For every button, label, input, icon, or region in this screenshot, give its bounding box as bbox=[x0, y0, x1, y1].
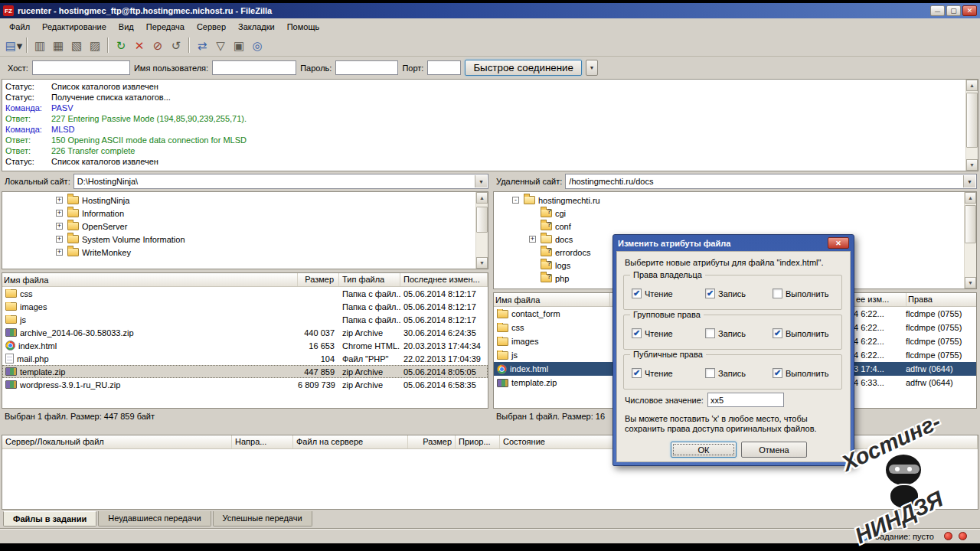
scroll-up-icon[interactable] bbox=[965, 192, 976, 204]
tree-item[interactable]: conf bbox=[494, 220, 976, 233]
sync-browsing-button[interactable]: ⇄ bbox=[193, 37, 211, 54]
menu-item-help[interactable]: Помощь bbox=[281, 20, 326, 34]
filter-button[interactable]: ▽ bbox=[211, 37, 230, 54]
column-header[interactable]: Права bbox=[906, 293, 933, 306]
scroll-thumb[interactable] bbox=[476, 207, 488, 233]
file-row[interactable]: archive_2014-06-30.58033.zip440 037zip A… bbox=[2, 326, 488, 339]
expand-icon[interactable]: + bbox=[56, 197, 63, 204]
tree-item[interactable]: -hostingmechti.ru bbox=[494, 194, 976, 207]
public-read-checkbox[interactable]: ✔Чтение bbox=[632, 368, 673, 378]
scroll-thumb[interactable] bbox=[965, 205, 976, 243]
scroll-down-icon[interactable] bbox=[476, 257, 488, 269]
file-row[interactable]: wordpress-3.9.1-ru_RU.zip6 809 739zip Ar… bbox=[2, 378, 488, 391]
column-header[interactable]: Файл на сервере bbox=[293, 435, 408, 448]
maximize-button[interactable] bbox=[946, 5, 961, 16]
file-row[interactable]: imagesПапка с файл...05.06.2014 8:12:17 bbox=[2, 300, 488, 313]
scroll-down-icon[interactable] bbox=[966, 159, 978, 171]
host-input[interactable] bbox=[32, 60, 130, 75]
column-header[interactable]: Имя файла bbox=[2, 273, 298, 286]
log-scrollbar[interactable] bbox=[965, 80, 978, 171]
expand-icon[interactable]: + bbox=[56, 223, 63, 230]
tree-item[interactable]: cgi bbox=[494, 207, 976, 220]
local-tree-icon: ▦ bbox=[53, 40, 64, 51]
owner-read-checkbox[interactable]: ✔Чтение bbox=[632, 289, 673, 298]
column-header[interactable]: Имя файла bbox=[494, 293, 610, 306]
owner-write-checkbox[interactable]: ✔Запись bbox=[705, 289, 746, 298]
folder-icon bbox=[67, 248, 79, 256]
expand-icon[interactable]: + bbox=[56, 210, 63, 217]
menu-item-transfer[interactable]: Передача bbox=[140, 20, 191, 34]
refresh-button[interactable]: ↻ bbox=[112, 37, 130, 54]
menu-item-view[interactable]: Вид bbox=[113, 20, 140, 34]
local-path-combo[interactable]: D:\HostingNinja\ bbox=[74, 174, 488, 189]
tab-failed-transfers[interactable]: Неудавшиеся передачи bbox=[98, 511, 211, 527]
tree-item[interactable]: +OpenServer bbox=[2, 220, 488, 233]
expand-icon[interactable]: + bbox=[56, 249, 63, 256]
quickconnect-button[interactable]: Быстрое соединение bbox=[465, 60, 582, 76]
tree-item[interactable]: +HostingNinja bbox=[2, 194, 488, 207]
file-row-selected[interactable]: template.zip447 859zip Archive05.06.2014… bbox=[2, 365, 488, 378]
file-row[interactable]: jsПапка с файл...05.06.2014 8:12:17 bbox=[2, 313, 488, 326]
find-button[interactable]: ◎ bbox=[248, 37, 266, 54]
numeric-value-input[interactable] bbox=[707, 393, 784, 407]
file-row[interactable]: index.html16 653Chrome HTML...20.03.2013… bbox=[2, 339, 488, 352]
expand-icon[interactable]: + bbox=[529, 236, 536, 243]
tree-item[interactable]: +System Volume Information bbox=[2, 233, 488, 246]
ok-button[interactable]: ОК bbox=[671, 442, 737, 458]
tab-successful-transfers[interactable]: Успешные передачи bbox=[213, 511, 312, 527]
file-row[interactable]: cssПапка с файл...05.06.2014 8:12:17 bbox=[2, 287, 488, 300]
column-header[interactable]: ее изм... bbox=[854, 293, 889, 306]
scroll-up-icon[interactable] bbox=[966, 80, 978, 91]
file-row[interactable]: mail.php104Файл "PHP"22.02.2013 17:04:39 bbox=[2, 352, 488, 365]
column-header[interactable]: Напра... bbox=[232, 435, 293, 448]
scroll-thumb[interactable] bbox=[966, 93, 978, 148]
compare-button[interactable]: ▣ bbox=[230, 37, 248, 54]
username-input[interactable] bbox=[212, 60, 296, 75]
toggle-message-log-button[interactable]: ▥ bbox=[31, 37, 49, 54]
column-header[interactable]: Тип файла bbox=[339, 273, 400, 286]
column-header[interactable]: Размер bbox=[298, 273, 339, 286]
combo-dropdown-icon[interactable] bbox=[475, 175, 487, 187]
group-read-checkbox[interactable]: ✔Чтение bbox=[632, 328, 673, 338]
group-write-checkbox[interactable]: Запись bbox=[705, 328, 746, 338]
expand-icon[interactable]: + bbox=[56, 236, 63, 243]
menu-item-server[interactable]: Сервер bbox=[191, 20, 232, 34]
menu-item-bookmarks[interactable]: Закладки bbox=[232, 20, 281, 34]
password-input[interactable] bbox=[335, 60, 398, 75]
remote-tree-scrollbar[interactable] bbox=[964, 192, 976, 289]
column-header[interactable]: Сервер/Локальный файл bbox=[2, 435, 232, 448]
toggle-local-tree-button[interactable]: ▦ bbox=[49, 37, 67, 54]
site-manager-button[interactable]: ▤▾ bbox=[5, 37, 23, 54]
public-write-checkbox[interactable]: Запись bbox=[705, 368, 746, 378]
tab-queued-files[interactable]: Файлы в задании bbox=[3, 511, 96, 527]
owner-execute-checkbox[interactable]: Выполнить bbox=[773, 289, 828, 298]
close-button[interactable] bbox=[962, 5, 977, 16]
group-execute-checkbox[interactable]: ✔Выполнить bbox=[773, 328, 828, 338]
disconnect-button[interactable]: ⊘ bbox=[149, 37, 167, 54]
quickconnect-dropdown-button[interactable] bbox=[586, 60, 598, 76]
toggle-remote-tree-button[interactable]: ▧ bbox=[67, 37, 86, 54]
dialog-close-button[interactable] bbox=[828, 237, 849, 249]
tree-item[interactable]: +WriteMonkey bbox=[2, 246, 488, 259]
public-execute-checkbox[interactable]: ✔Выполнить bbox=[773, 368, 828, 378]
menu-item-file[interactable]: Файл bbox=[3, 20, 36, 34]
column-header[interactable]: Размер bbox=[408, 435, 456, 448]
minimize-button[interactable] bbox=[930, 5, 945, 16]
remote-path-combo[interactable]: /hostingmechti.ru/docs bbox=[565, 174, 977, 189]
collapse-icon[interactable]: - bbox=[512, 197, 519, 204]
toggle-queue-button[interactable]: ▨ bbox=[86, 37, 104, 54]
speed-limit-icon[interactable] bbox=[859, 532, 868, 541]
cancel-button[interactable]: ✕ bbox=[130, 37, 149, 54]
column-header[interactable]: Приор... bbox=[456, 435, 500, 448]
scroll-up-icon[interactable] bbox=[476, 192, 488, 204]
folder-icon bbox=[497, 351, 508, 360]
scroll-down-icon[interactable] bbox=[965, 277, 976, 289]
tree-item[interactable]: +Information bbox=[2, 207, 488, 220]
menu-item-edit[interactable]: Редактирование bbox=[36, 20, 113, 34]
cancel-button[interactable]: Отмена bbox=[741, 442, 807, 458]
combo-dropdown-icon[interactable] bbox=[963, 175, 975, 187]
port-input[interactable] bbox=[427, 60, 461, 75]
column-header[interactable]: Последнее измен... bbox=[400, 273, 488, 286]
local-tree-scrollbar[interactable] bbox=[475, 192, 488, 269]
reconnect-button[interactable]: ↺ bbox=[167, 37, 185, 54]
